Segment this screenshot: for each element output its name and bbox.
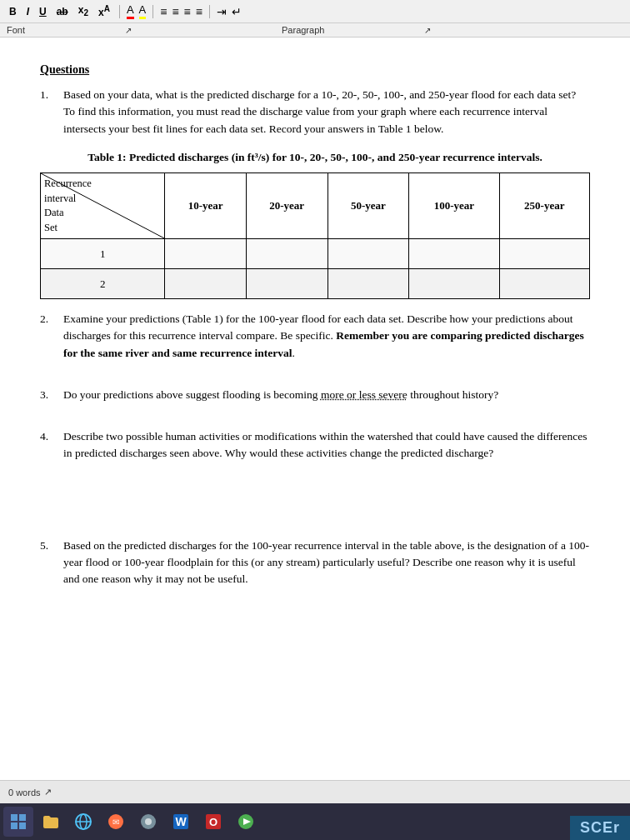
question-5: 5. Based on the predicted discharges for… xyxy=(40,538,590,588)
paragraph-label: Paragraph xyxy=(282,25,324,35)
q2-text: Examine your predictions (Table 1) for t… xyxy=(63,311,590,362)
start-button[interactable] xyxy=(3,807,33,837)
row1-10year[interactable] xyxy=(165,239,247,269)
word-icon: W xyxy=(172,812,190,831)
q3-text: Do your predictions above suggest floodi… xyxy=(63,387,590,403)
svg-rect-1 xyxy=(11,814,18,821)
table-corner-cell: Recurrence interval Data Set xyxy=(41,173,165,239)
taskbar: ✉ W O xyxy=(0,803,630,840)
document-area: Questions 1. Based on your data, what is… xyxy=(0,38,630,780)
settings-icon xyxy=(139,812,158,831)
windows-icon xyxy=(10,813,27,830)
row1-label: 1 xyxy=(41,239,165,269)
svg-rect-4 xyxy=(19,822,26,829)
col-100year: 100-year xyxy=(409,173,499,239)
row1-50year[interactable] xyxy=(328,239,409,269)
col-250year: 250-year xyxy=(499,173,589,239)
q1-text: Based on your data, what is the predicte… xyxy=(63,87,590,138)
globe-icon xyxy=(74,812,92,831)
table-title: Table 1: Predicted discharges (in ft³/s)… xyxy=(40,149,590,166)
row2-250year[interactable] xyxy=(499,269,589,299)
questions-heading: Questions xyxy=(40,61,590,78)
svg-rect-2 xyxy=(19,814,26,821)
data-table: Recurrence interval Data Set 10-year 20-… xyxy=(40,172,590,299)
toolbar-labels: Font ↗ Paragraph ↗ xyxy=(0,23,630,38)
watermark: SCEr xyxy=(570,816,630,840)
svg-point-11 xyxy=(145,818,152,825)
q2-number: 2. xyxy=(40,311,57,362)
col-10year: 10-year xyxy=(165,173,247,239)
question-2: 2. Examine your predictions (Table 1) fo… xyxy=(40,311,590,362)
q2-text-part2: . xyxy=(292,347,295,359)
toolbar-expand-1: ↗ xyxy=(125,26,132,35)
spacer-1 xyxy=(40,488,590,538)
subscript-button[interactable]: x2 xyxy=(76,3,91,18)
q5-number: 5. xyxy=(40,538,57,588)
separator-2 xyxy=(152,5,153,18)
svg-text:O: O xyxy=(209,816,218,828)
align-right-icon[interactable]: ≡ xyxy=(184,5,191,18)
mail-icon: ✉ xyxy=(107,812,125,831)
separator-1 xyxy=(119,5,120,18)
word-count: 0 words xyxy=(8,788,41,798)
excel-icon: O xyxy=(204,812,222,831)
row1-100year[interactable] xyxy=(409,239,499,269)
indent-button[interactable]: ⇥ xyxy=(217,5,227,18)
bottom-bar: 0 words ↗ xyxy=(0,780,630,803)
q4-number: 4. xyxy=(40,428,57,462)
browser-button[interactable] xyxy=(68,807,98,837)
underline-button[interactable]: U xyxy=(37,5,49,18)
svg-line-0 xyxy=(41,173,164,238)
q5-text: Based on the predicted discharges for th… xyxy=(63,538,590,588)
row2-label: 2 xyxy=(41,269,165,299)
col-50year: 50-year xyxy=(328,173,409,239)
folder-icon xyxy=(42,812,60,831)
corner-diagonal-line xyxy=(41,173,164,238)
font-label: Font xyxy=(7,25,25,35)
q3-text-after: throughout history? xyxy=(408,388,499,401)
col-20year: 20-year xyxy=(246,173,328,239)
question-3: 3. Do your predictions above suggest flo… xyxy=(40,387,590,403)
font-color-button[interactable]: A xyxy=(127,3,134,19)
q1-number: 1. xyxy=(40,87,57,138)
folder-button[interactable] xyxy=(36,807,66,837)
app-icon-1[interactable]: ✉ xyxy=(101,807,131,837)
row2-50year[interactable] xyxy=(328,269,409,299)
app-icon-3[interactable]: W xyxy=(166,807,196,837)
question-1: 1. Based on your data, what is the predi… xyxy=(40,87,590,138)
app-icon-4[interactable]: O xyxy=(198,807,228,837)
superscript-button[interactable]: xA xyxy=(96,3,112,19)
svg-text:W: W xyxy=(175,815,187,828)
question-4: 4. Describe two possible human activitie… xyxy=(40,428,590,462)
media-icon xyxy=(237,812,255,831)
q4-text: Describe two possible human activities o… xyxy=(63,428,590,462)
row2-10year[interactable] xyxy=(165,269,247,299)
toolbar-expand-2: ↗ xyxy=(424,26,431,35)
italic-button[interactable]: I xyxy=(24,5,32,18)
svg-text:✉: ✉ xyxy=(112,818,119,827)
row2-20year[interactable] xyxy=(246,269,328,299)
highlight-button[interactable]: A xyxy=(139,3,147,19)
align-left-icon[interactable]: ≡ xyxy=(160,5,167,18)
table-row-1: 1 xyxy=(41,239,590,269)
q3-text-before: Do your predictions above suggest floodi… xyxy=(63,388,321,401)
strikethrough-button[interactable]: ab xyxy=(54,5,71,18)
svg-rect-3 xyxy=(11,822,18,829)
app-icon-5[interactable] xyxy=(231,807,261,837)
row2-100year[interactable] xyxy=(409,269,499,299)
app-icon-2[interactable] xyxy=(133,807,163,837)
q3-number: 3. xyxy=(40,387,57,403)
page-container: B I U ab x2 xA A A ≡ ≡ ≡ ≡ ⇥ ↵ Font ↗ Pa… xyxy=(0,0,630,840)
bold-button[interactable]: B xyxy=(7,5,19,18)
toolbar: B I U ab x2 xA A A ≡ ≡ ≡ ≡ ⇥ ↵ xyxy=(0,0,630,23)
align-center-icon[interactable]: ≡ xyxy=(172,5,178,18)
word-count-icon: ↗ xyxy=(44,787,52,798)
separator-3 xyxy=(209,5,210,18)
outdent-button[interactable]: ↵ xyxy=(232,5,242,18)
table-row-2: 2 xyxy=(41,269,590,299)
table-title-text: Table 1: Predicted discharges (in ft³/s)… xyxy=(88,151,542,163)
q3-text-underline: more or less severe xyxy=(321,388,408,401)
justify-icon[interactable]: ≡ xyxy=(196,5,202,18)
row1-20year[interactable] xyxy=(246,239,328,269)
row1-250year[interactable] xyxy=(499,239,589,269)
